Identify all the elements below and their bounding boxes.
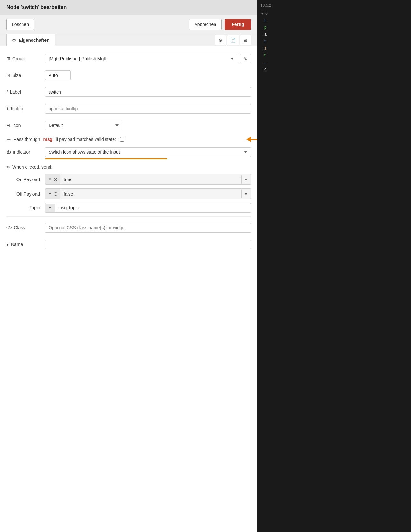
cancel-button[interactable]: Abbrechen xyxy=(189,19,222,30)
topic-type-button[interactable]: ▼ xyxy=(45,204,55,212)
off-payload-label: Off Payload xyxy=(6,191,45,197)
envelope-icon: ✉ xyxy=(6,164,10,170)
class-input[interactable] xyxy=(45,223,251,233)
class-control xyxy=(45,223,251,233)
code-icon: </> xyxy=(6,225,12,230)
sidebar-item-a: a xyxy=(264,31,408,38)
off-payload-chevron-icon: ▼ xyxy=(48,191,52,196)
section-divider xyxy=(6,216,251,217)
sidebar-item-t: t xyxy=(264,17,408,24)
passthrough-prefix: Pass through xyxy=(14,137,40,142)
topic-control: ▼ msg. topic xyxy=(45,203,251,213)
settings-icon-button[interactable]: ⚙ xyxy=(215,35,226,45)
indicator-select[interactable]: Switch icon shows state of the input xyxy=(45,147,251,157)
name-input[interactable] xyxy=(45,240,251,249)
form-body: ⊞ Group [Mqtt-Publisher] Publish Mqtt ✎ … xyxy=(0,46,257,532)
label-label: I Label xyxy=(6,89,45,95)
tab-eigenschaften-label: Eigenschaften xyxy=(19,38,50,43)
off-payload-control: ▼ ⊙ false ▼ xyxy=(45,188,251,199)
label-icon: I xyxy=(6,89,8,95)
sidebar-item-1: 1 xyxy=(264,45,408,52)
on-payload-dot-icon: ⊙ xyxy=(53,176,58,182)
done-button[interactable]: Fertig xyxy=(225,19,251,30)
label-input[interactable] xyxy=(45,87,251,97)
off-payload-arrow-button[interactable]: ▼ xyxy=(241,190,251,198)
icon-select[interactable]: Default xyxy=(45,121,122,130)
sidebar-tree-item: ▼ o xyxy=(260,10,408,17)
icon-label: ⊟ Icon xyxy=(6,123,45,128)
arrow-head-icon xyxy=(246,137,251,142)
sidebar-item-a2: a xyxy=(264,66,408,73)
indicator-row: ⏻ Indicator Switch icon shows state of t… xyxy=(6,147,251,157)
indicator-label: ⏻ Indicator xyxy=(6,150,45,155)
grid-icon-button[interactable]: ⊞ xyxy=(240,35,251,45)
group-control: [Mqtt-Publisher] Publish Mqtt ✎ xyxy=(45,54,251,63)
group-row: ⊞ Group [Mqtt-Publisher] Publish Mqtt ✎ xyxy=(6,53,251,64)
sidebar-tree-content: t p a t 1 f _ a xyxy=(260,17,408,73)
size-row: ⊡ Size xyxy=(6,69,251,81)
passthrough-checkbox[interactable] xyxy=(120,137,124,142)
passthrough-row: → Pass through msg if payload matches va… xyxy=(6,136,251,142)
on-payload-chevron-icon: ▼ xyxy=(48,177,52,182)
on-payload-value: true xyxy=(60,175,241,184)
group-select[interactable]: [Mqtt-Publisher] Publish Mqtt xyxy=(45,54,237,63)
toggle-icon: ⏻ xyxy=(6,150,11,155)
topic-label: Topic xyxy=(6,205,45,210)
tab-eigenschaften[interactable]: ⚙ Eigenschaften xyxy=(6,34,55,46)
group-label: ⊞ Group xyxy=(6,56,45,61)
topic-chevron-icon: ▼ xyxy=(48,206,52,210)
name-label: ⬧ Name xyxy=(6,242,45,247)
sidebar-item-underscore: _ xyxy=(264,59,408,66)
topic-value: msg. topic xyxy=(55,203,82,212)
tooltip-control xyxy=(45,104,251,114)
tooltip-icon: ℹ xyxy=(6,106,8,111)
on-payload-label: On Payload xyxy=(6,177,45,182)
tooltip-row: ℹ Tooltip xyxy=(6,103,251,115)
passthrough-suffix: if payload matches valid state: xyxy=(56,137,116,142)
tag-icon: ⬧ xyxy=(6,242,9,247)
on-payload-row: On Payload ▼ ⊙ true ▼ xyxy=(6,174,251,185)
sidebar-version: 13.5.2 xyxy=(260,3,408,8)
gear-tab-icon: ⚙ xyxy=(12,38,16,43)
label-control xyxy=(45,87,251,97)
on-payload-control: ▼ ⊙ true ▼ xyxy=(45,174,251,185)
class-label: </> Class xyxy=(6,225,45,230)
size-icon: ⊡ xyxy=(6,73,10,78)
icon-row: ⊟ Icon Default xyxy=(6,120,251,131)
right-sidebar: 13.5.2 ▼ o t p a t 1 f _ a xyxy=(257,0,411,532)
off-payload-dot-icon: ⊙ xyxy=(53,191,58,197)
indicator-underline xyxy=(45,158,251,159)
group-edit-button[interactable]: ✎ xyxy=(240,54,251,63)
class-row: </> Class xyxy=(6,222,251,234)
sidebar-tree: ▼ o t p a t 1 f _ a xyxy=(260,10,408,73)
sidebar-item-t2: t xyxy=(264,38,408,45)
group-icon: ⊞ xyxy=(6,56,10,61)
tooltip-label: ℹ Tooltip xyxy=(6,106,45,111)
doc-icon-button[interactable]: 📄 xyxy=(227,35,239,45)
size-label: ⊡ Size xyxy=(6,73,45,78)
on-payload-type-button[interactable]: ▼ ⊙ xyxy=(45,174,60,184)
sidebar-item-p: p xyxy=(264,24,408,31)
dialog-title: Node 'switch' bearbeiten xyxy=(6,5,67,10)
action-bar: Löschen Abbrechen Fertig xyxy=(0,15,257,34)
delete-button[interactable]: Löschen xyxy=(6,19,34,30)
sidebar-item-f: f xyxy=(264,52,408,59)
on-payload-arrow-button[interactable]: ▼ xyxy=(241,175,251,184)
off-payload-row: Off Payload ▼ ⊙ false ▼ xyxy=(6,188,251,199)
tab-icons: ⚙ 📄 ⊞ xyxy=(215,35,251,45)
icon-control: Default xyxy=(45,121,251,130)
size-control xyxy=(45,70,251,80)
indicator-control: Switch icon shows state of the input xyxy=(45,147,251,157)
label-row: I Label xyxy=(6,86,251,98)
name-control xyxy=(45,240,251,249)
passthrough-arrow-icon: → xyxy=(6,136,12,142)
icon-field-icon: ⊟ xyxy=(6,123,10,128)
tooltip-input[interactable] xyxy=(45,104,251,114)
off-payload-type-button[interactable]: ▼ ⊙ xyxy=(45,189,60,199)
size-input[interactable] xyxy=(45,70,71,80)
msg-badge: msg xyxy=(43,137,53,142)
name-row: ⬧ Name xyxy=(6,239,251,250)
tabs-bar: ⚙ Eigenschaften ⚙ 📄 ⊞ xyxy=(0,34,257,46)
underline-bar xyxy=(45,158,167,159)
title-bar: Node 'switch' bearbeiten xyxy=(0,0,257,15)
